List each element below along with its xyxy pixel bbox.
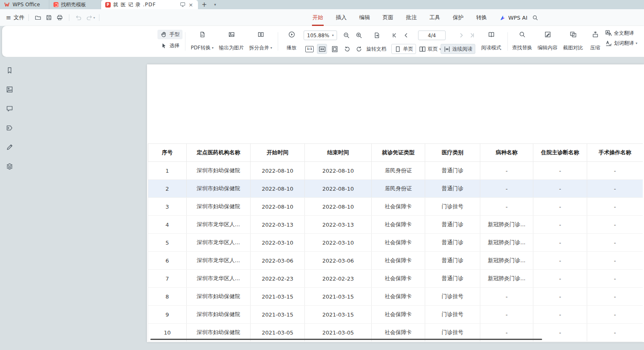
column-header: 住院主诊断名称 xyxy=(533,144,587,162)
table-cell: 7 xyxy=(148,270,187,288)
bookmarks-panel-button[interactable] xyxy=(5,65,15,75)
play-button[interactable]: 播放 xyxy=(282,30,301,53)
ribbon-tab-2[interactable]: 插入 xyxy=(330,9,353,26)
screen-share-icon[interactable] xyxy=(180,2,185,7)
table-row: 2深圳市妇幼保健院2022-08-102022-08-10居民身份证普通门诊--… xyxy=(148,180,643,198)
actual-size-button[interactable]: 1:1 xyxy=(304,44,314,54)
rotate-left-button[interactable] xyxy=(342,44,352,54)
thumbnails-panel-button[interactable] xyxy=(5,84,15,95)
new-tab-button[interactable]: + xyxy=(198,0,210,9)
tab-docer-templates[interactable]: 找稻壳模板 xyxy=(49,0,101,9)
page-number-input[interactable]: 4/4 xyxy=(418,31,446,40)
medical-records-table: 序号定点医药机构名称开始时间结束时间就诊凭证类型医疗类别病种名称住院主诊断名称手… xyxy=(148,143,643,342)
split-merge-icon xyxy=(257,31,264,38)
ribbon-tab-1[interactable]: 开始 xyxy=(306,9,330,26)
signature-panel-button[interactable] xyxy=(5,142,15,152)
ribbon-tab-6[interactable]: 工具 xyxy=(423,9,446,26)
cursor-icon xyxy=(160,42,167,49)
ribbon-tab-7[interactable]: 保护 xyxy=(446,9,470,26)
table-cell: 居民身份证 xyxy=(372,162,425,180)
annotations-panel-button[interactable] xyxy=(5,123,15,133)
table-row: 5深圳市龙华区人...2022-03-102022-03-10社会保障卡普通门诊… xyxy=(148,234,643,252)
export-image-button[interactable]: 输出为图片 xyxy=(216,30,246,53)
tab-wps-office[interactable]: WPS Office xyxy=(0,0,49,9)
table-cell: - xyxy=(533,216,587,234)
table-cell: 普通门诊 xyxy=(425,252,480,270)
actual-size-icon: 1:1 xyxy=(305,46,314,52)
previous-page-button[interactable] xyxy=(401,31,411,40)
layers-panel-button[interactable] xyxy=(5,161,15,171)
page-jump-icon-button[interactable] xyxy=(372,31,381,40)
table-cell: - xyxy=(533,198,587,216)
table-row: 7深圳市龙华区人...2022-02-232022-02-23社会保障卡普通门诊… xyxy=(148,270,643,288)
last-page-button[interactable] xyxy=(467,31,477,40)
ribbon-tab-5[interactable]: 批注 xyxy=(400,9,423,26)
first-page-button[interactable] xyxy=(390,31,399,40)
table-cell: 2022-03-13 xyxy=(251,216,305,234)
table-cell: - xyxy=(480,288,533,306)
split-merge-button[interactable]: 拆分合并▾ xyxy=(247,30,274,53)
select-tool-button[interactable]: 选择 xyxy=(157,41,183,51)
undo-history-chevron-icon[interactable]: ▾ xyxy=(94,16,95,20)
wps-ai-button[interactable]: WPS AI xyxy=(499,9,527,26)
edit-content-button[interactable]: 编辑内容 xyxy=(535,30,560,53)
word-translate-button[interactable]: 划词翻译 ▾ xyxy=(605,40,637,47)
double-page-button[interactable]: 双页 ▾ xyxy=(416,44,444,54)
continuous-reading-button[interactable]: 连续阅读 xyxy=(441,44,475,54)
next-page-button[interactable] xyxy=(456,31,466,40)
zoom-in-button[interactable] xyxy=(354,31,363,40)
table-cell: 普通门诊 xyxy=(425,162,480,180)
table-cell: 2022-03-13 xyxy=(305,216,372,234)
table-cell: 2022-08-10 xyxy=(305,198,372,216)
compress-button[interactable]: 压缩 xyxy=(586,30,604,53)
tab-list-chevron-icon[interactable]: ▾ xyxy=(210,0,220,9)
ribbon-tab-3[interactable]: 编辑 xyxy=(353,9,376,26)
tab-label: 找稻壳模板 xyxy=(61,1,86,8)
close-tab-icon[interactable]: × xyxy=(188,2,194,8)
read-mode-button[interactable]: 阅读模式 xyxy=(479,30,504,53)
divider xyxy=(99,14,99,21)
fit-width-button[interactable] xyxy=(317,44,327,54)
tab-document-pdf[interactable]: P 就 医 记 录 .PDF × xyxy=(101,0,198,9)
table-cell: - xyxy=(480,162,533,180)
ribbon-tab-4[interactable]: 页面 xyxy=(376,9,400,26)
table-cell: - xyxy=(587,288,643,306)
undo-button[interactable] xyxy=(74,13,84,23)
full-text-translate-button[interactable]: 全文翻译 xyxy=(605,30,637,37)
table-cell: - xyxy=(587,162,643,180)
play-label: 播放 xyxy=(287,44,297,51)
ribbon-tab-8[interactable]: 转换 xyxy=(470,9,493,26)
open-file-button[interactable] xyxy=(33,13,43,23)
redo-button[interactable] xyxy=(84,13,94,23)
table-cell: 2021-03-15 xyxy=(305,288,372,306)
table-row: 6深圳市龙华区人...2022-03-062022-03-06社会保障卡普通门诊… xyxy=(148,252,643,270)
docer-icon xyxy=(53,2,58,7)
divider xyxy=(69,14,69,21)
edit-content-icon xyxy=(544,31,551,38)
single-page-button[interactable]: 单页 xyxy=(391,44,416,54)
pdf-file-icon: P xyxy=(105,2,111,8)
table-cell: 深圳市妇幼保健院 xyxy=(187,180,251,198)
compress-icon xyxy=(592,31,599,38)
print-button[interactable] xyxy=(55,13,65,23)
pdf-convert-button[interactable]: PDF转换▾ xyxy=(188,30,216,53)
hand-tool-label: 手型 xyxy=(170,31,180,38)
table-cell: 6 xyxy=(148,252,187,270)
find-replace-button[interactable]: 查找替换 xyxy=(510,30,535,53)
fit-page-button[interactable] xyxy=(330,44,340,54)
zoom-dropdown[interactable]: 105.88% ▾ xyxy=(304,31,337,40)
file-menu-button[interactable]: ≡ 文件 xyxy=(6,14,25,21)
rotate-left-icon xyxy=(344,46,351,53)
rotate-right-button[interactable] xyxy=(354,44,364,54)
ribbon-search-button[interactable] xyxy=(530,13,540,22)
table-cell: 2022-08-10 xyxy=(251,198,305,216)
column-header: 序号 xyxy=(148,144,187,162)
table-cell: 门诊挂号 xyxy=(425,306,480,324)
hand-tool-button[interactable]: 手型 xyxy=(157,30,183,39)
zoom-out-button[interactable] xyxy=(342,31,351,40)
single-page-icon xyxy=(394,46,401,53)
rotate-document-label[interactable]: 旋转文档 xyxy=(366,44,386,54)
screenshot-compare-button[interactable]: 截图对比 xyxy=(560,30,586,53)
save-button[interactable] xyxy=(44,13,54,23)
comments-panel-button[interactable] xyxy=(5,104,15,114)
